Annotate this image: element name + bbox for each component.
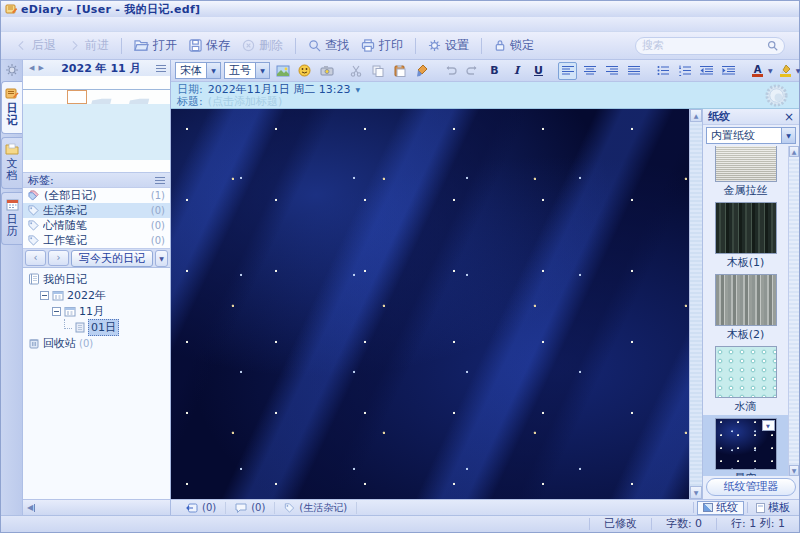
calendar-day[interactable] xyxy=(47,104,67,118)
calendar-day[interactable] xyxy=(127,90,147,104)
bold-button[interactable]: B xyxy=(485,62,504,80)
settings-button[interactable]: 设置 xyxy=(422,35,475,56)
texture-thumbnail[interactable] xyxy=(715,146,777,182)
increase-indent-button[interactable] xyxy=(719,62,738,80)
save-button[interactable]: 保存 xyxy=(183,35,236,56)
search-input[interactable] xyxy=(642,39,767,52)
italic-button[interactable]: I xyxy=(507,62,526,80)
underline-button[interactable]: U xyxy=(529,62,548,80)
texture-thumbnail[interactable] xyxy=(715,274,777,326)
calendar-day[interactable] xyxy=(147,118,167,132)
texture-item[interactable]: ▼ 木板(2) xyxy=(703,271,788,343)
sidebar-gear-icon[interactable] xyxy=(5,63,19,77)
calendar-day[interactable] xyxy=(147,146,167,160)
texture-options-dropdown-icon[interactable]: ▼ xyxy=(762,420,775,431)
calendar-day[interactable] xyxy=(147,132,167,146)
font-family-select[interactable]: 宋体 ▼ xyxy=(175,62,221,79)
texture-item[interactable]: ▼ 水滴 xyxy=(703,343,788,415)
calendar-day[interactable] xyxy=(127,104,147,118)
font-color-dropdown-icon[interactable]: ▼ xyxy=(768,67,773,74)
calendar-day[interactable] xyxy=(107,118,127,132)
calendar-day[interactable] xyxy=(27,90,47,104)
texture-item[interactable]: ▼ 星空 xyxy=(703,415,788,476)
tag-item[interactable]: (全部日记) (1) xyxy=(23,188,170,203)
write-today-button[interactable]: 写今天的日记 xyxy=(71,250,153,267)
calendar-day[interactable] xyxy=(27,132,47,146)
calendar-day[interactable] xyxy=(67,90,87,104)
tree-item[interactable]: 11月 xyxy=(25,303,168,319)
tree-expander-icon[interactable] xyxy=(52,307,61,316)
editor-scrollbar[interactable]: ▲ ▼ xyxy=(689,109,702,499)
back-button[interactable]: 后退 xyxy=(9,35,62,56)
highlight-dropdown-icon[interactable]: ▼ xyxy=(796,67,800,74)
align-right-button[interactable] xyxy=(602,62,621,80)
calendar-day[interactable] xyxy=(47,132,67,146)
texture-scrollbar-track[interactable] xyxy=(789,157,799,465)
font-family-dropdown-icon[interactable]: ▼ xyxy=(206,63,220,78)
tab-documents[interactable]: 文档 xyxy=(1,137,22,189)
calendar-day[interactable] xyxy=(127,132,147,146)
tree-item[interactable]: 2022年 xyxy=(25,287,168,303)
calendar-day[interactable] xyxy=(147,104,167,118)
texture-manager-button[interactable]: 纸纹管理器 xyxy=(706,478,796,496)
calendar-day[interactable] xyxy=(67,160,87,173)
decrease-indent-button[interactable] xyxy=(697,62,716,80)
tags-menu-icon[interactable] xyxy=(155,177,165,184)
calendar-day[interactable] xyxy=(67,118,87,132)
tree-expander-icon[interactable] xyxy=(40,291,49,300)
texture-scroll-down-icon[interactable]: ▼ xyxy=(789,465,799,476)
calendar-day[interactable] xyxy=(47,160,67,173)
collapse-sidebar-icon[interactable]: ◀ xyxy=(27,504,35,512)
tree-item[interactable]: 回收站 (0) xyxy=(25,335,168,351)
tag-item[interactable]: 心情随笔 (0) xyxy=(23,218,170,233)
attachment-bar-item[interactable]: (0) xyxy=(226,502,275,514)
find-button[interactable]: 查找 xyxy=(302,35,355,56)
texture-panel-close-icon[interactable]: × xyxy=(784,111,794,123)
texture-item[interactable]: ▼ 金属拉丝 xyxy=(703,146,788,199)
calendar-day[interactable] xyxy=(107,90,127,104)
lock-button[interactable]: 锁定 xyxy=(488,35,540,56)
font-color-button[interactable]: A xyxy=(748,62,767,80)
diary-editor-canvas[interactable] xyxy=(171,109,689,499)
align-center-button[interactable] xyxy=(580,62,599,80)
calendar-day[interactable] xyxy=(107,104,127,118)
calendar-day[interactable] xyxy=(107,146,127,160)
calendar-day[interactable] xyxy=(67,146,87,160)
attachment-bar-item[interactable]: (生活杂记) xyxy=(275,502,357,514)
texture-scroll-up-icon[interactable]: ▲ xyxy=(789,146,799,157)
calendar-day[interactable] xyxy=(47,90,67,104)
tree-item[interactable]: 01日 xyxy=(25,319,168,335)
tab-diary[interactable]: 日记 xyxy=(1,81,22,134)
texture-scrollbar[interactable]: ▲ ▼ xyxy=(788,146,799,476)
calendar-menu-icon[interactable] xyxy=(156,65,166,72)
next-diary-button[interactable]: › xyxy=(48,250,69,266)
font-size-dropdown-icon[interactable]: ▼ xyxy=(255,63,269,78)
texture-thumbnail[interactable] xyxy=(715,346,777,398)
calendar-day[interactable] xyxy=(87,104,107,118)
tab-texture[interactable]: 纸纹 xyxy=(697,501,744,515)
calendar-day[interactable] xyxy=(87,118,107,132)
calendar-next-button[interactable]: ▶ xyxy=(36,64,45,72)
tab-template[interactable]: 模板 xyxy=(751,501,795,515)
forward-button[interactable]: 前进 xyxy=(62,35,115,56)
calendar-day[interactable] xyxy=(127,160,147,173)
calendar-day[interactable] xyxy=(67,104,87,118)
undo-button[interactable] xyxy=(441,62,460,80)
prev-diary-button[interactable]: ‹ xyxy=(25,250,46,266)
tag-item[interactable]: 工作笔记 (0) xyxy=(23,233,170,248)
calendar-day[interactable] xyxy=(87,132,107,146)
tag-item[interactable]: 生活杂记 (0) xyxy=(23,203,170,218)
font-size-select[interactable]: 五号 ▼ xyxy=(224,62,270,79)
highlight-color-button[interactable] xyxy=(776,62,795,80)
attachment-bar-item[interactable]: (0) xyxy=(177,502,226,514)
calendar-day[interactable] xyxy=(27,160,47,173)
calendar-day[interactable] xyxy=(47,146,67,160)
editor-scrollbar-track[interactable] xyxy=(690,122,702,486)
calendar-day[interactable] xyxy=(87,160,107,173)
calendar-day[interactable] xyxy=(27,104,47,118)
open-button[interactable]: 打开 xyxy=(128,35,183,56)
numbered-list-button[interactable] xyxy=(675,62,694,80)
insert-image-button[interactable] xyxy=(273,62,292,80)
screen-capture-button[interactable] xyxy=(317,62,336,80)
align-left-button[interactable] xyxy=(558,62,577,80)
